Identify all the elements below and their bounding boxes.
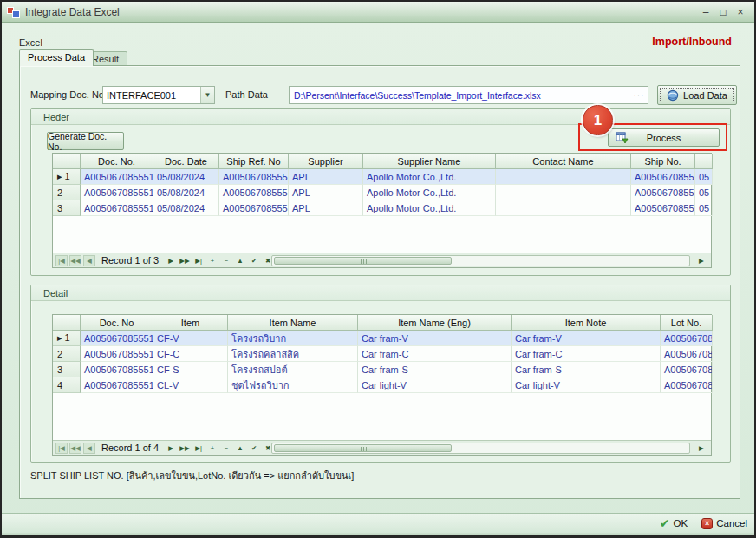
prev-record-icon[interactable]: ◀ (83, 255, 95, 266)
maximize-icon[interactable]: □ (714, 6, 732, 18)
process-button[interactable]: Process (608, 128, 720, 147)
column-header-Contact Name[interactable]: Contact Name (496, 154, 631, 169)
first-record-icon[interactable]: |◀ (55, 255, 68, 266)
grid-cell[interactable]: A0050670855511 (81, 346, 153, 362)
column-header-blank[interactable] (695, 154, 713, 169)
grid-cell[interactable]: A005067085 (661, 362, 713, 377)
table-row[interactable]: ▸ 1A005067085551105/08/2024A00506708555.… (53, 169, 711, 185)
header-grid[interactable]: Doc. No.Doc. DateShip Ref. NoSupplierSup… (52, 153, 712, 268)
grid-cell[interactable]: 05/08/2024 (153, 200, 219, 216)
grid-cell[interactable]: A00506708555... (219, 185, 289, 200)
table-row[interactable]: 3A005067085551305/08/2024A00506708555...… (53, 200, 711, 216)
grid-cell[interactable]: Car fram-C (358, 346, 512, 362)
grid-cell[interactable]: A0050670855513 (81, 200, 153, 216)
grid-cell[interactable]: CF-S (153, 362, 228, 377)
table-row[interactable]: 4A0050670855511CL-VชุดไฟรถวิบากCar light… (53, 377, 711, 393)
grid-cell[interactable]: A00506708555... (219, 200, 289, 216)
table-row[interactable]: 2A005067085551205/08/2024A00506708555...… (53, 185, 711, 200)
column-header-Item Name[interactable]: Item Name (228, 315, 358, 331)
grid-cell[interactable]: CF-V (153, 331, 228, 346)
scrollbar-thumb[interactable] (274, 444, 452, 452)
grid-cell[interactable]: A0050670855511 (81, 331, 153, 346)
table-row[interactable]: 3A0050670855511CF-Sโครงรถสปอต์Car fram-S… (53, 362, 711, 377)
horizontal-scrollbar[interactable] (271, 255, 690, 266)
scroll-right-icon[interactable]: ▶ (695, 443, 707, 454)
grid-cell[interactable] (496, 185, 631, 200)
row-indicator[interactable]: ▸ 1 (53, 331, 81, 346)
grid-cell[interactable]: โครงรถคลาสสิค (228, 346, 358, 362)
row-indicator[interactable]: ▸ 1 (53, 169, 81, 185)
table-row[interactable]: ▸ 1A0050670855511CF-VโครงรถวิบากCar fram… (53, 331, 711, 346)
grid-cell[interactable]: Car light-V (512, 377, 661, 393)
prev-page-icon[interactable]: ◀◀ (69, 255, 81, 266)
next-record-icon[interactable]: ▶ (165, 255, 177, 266)
column-header-Doc. No[interactable]: Doc. No (81, 315, 153, 331)
column-header-Ship Ref. No[interactable]: Ship Ref. No (219, 154, 289, 169)
grid-cell[interactable]: APL (289, 185, 363, 200)
chevron-down-icon[interactable]: ▼ (200, 87, 214, 103)
grid-cell[interactable]: Apollo Motor Co.,Ltd. (363, 185, 496, 200)
grid-cell[interactable]: Car light-V (358, 377, 512, 393)
grid-cell[interactable]: A0050670855511 (81, 377, 153, 393)
post-edit-icon[interactable]: ✔ (248, 443, 260, 454)
grid-cell[interactable]: CL-V (153, 377, 228, 393)
load-data-button[interactable]: Load Data (657, 85, 737, 105)
grid-cell[interactable]: A00506708555... (219, 169, 289, 185)
grid-cell[interactable]: A005067085 (661, 346, 713, 362)
grid-cell[interactable]: A00506708555... (631, 185, 695, 200)
grid-cell[interactable] (496, 169, 631, 185)
grid-cell[interactable]: 05/08/2024 (153, 185, 219, 200)
next-page-icon[interactable]: ▶▶ (179, 255, 191, 266)
grid-cell[interactable]: โครงรถวิบาก (228, 331, 358, 346)
path-data-field[interactable]: D:\Persent\Interface\Success\Template_Im… (289, 86, 648, 104)
ok-button[interactable]: ✔ OK (660, 516, 688, 530)
last-record-icon[interactable]: ▶| (192, 255, 205, 266)
last-record-icon[interactable]: ▶| (192, 443, 205, 454)
append-record-icon[interactable]: + (206, 443, 218, 454)
grid-cell[interactable]: A00506708555... (631, 169, 695, 185)
row-indicator[interactable]: 2 (53, 185, 81, 200)
grid-cell[interactable]: A0050670855512 (81, 185, 153, 200)
post-edit-icon[interactable]: ✔ (248, 255, 260, 266)
grid-cell[interactable]: Car fram-S (512, 362, 661, 377)
next-record-icon[interactable]: ▶ (165, 443, 177, 454)
row-indicator[interactable]: 2 (53, 346, 81, 362)
edit-record-icon[interactable]: ▲ (234, 443, 246, 454)
grid-cell[interactable]: Car fram-S (358, 362, 512, 377)
grid-cell[interactable]: A0050670855511 (81, 169, 153, 185)
column-header-Supplier[interactable]: Supplier (289, 154, 363, 169)
grid-cell[interactable]: 05/08/2024 (153, 169, 219, 185)
append-record-icon[interactable]: + (206, 255, 218, 266)
column-header-Item[interactable]: Item (153, 315, 228, 331)
mapping-doc-no-combo[interactable]: INTERFACE001 ▼ (102, 86, 215, 104)
grid-cell[interactable]: โครงรถสปอต์ (228, 362, 358, 377)
close-icon[interactable]: × (732, 6, 749, 18)
grid-cell[interactable]: 05 (695, 185, 713, 200)
column-header-Lot No.[interactable]: Lot No. (661, 315, 713, 331)
grid-cell[interactable]: Car fram-V (512, 331, 661, 346)
grid-cell[interactable]: ชุดไฟรถวิบาก (228, 377, 358, 393)
grid-cell[interactable]: APL (289, 169, 363, 185)
generate-doc-no-button[interactable]: Generate Doc. No. (47, 132, 124, 150)
grid-cell[interactable]: A005067085 (661, 377, 713, 393)
browse-ellipsis-button[interactable]: ··· (630, 90, 648, 100)
scrollbar-thumb[interactable] (274, 257, 452, 265)
column-header-Supplier Name[interactable]: Supplier Name (363, 154, 496, 169)
horizontal-scrollbar[interactable] (271, 443, 690, 454)
grid-cell[interactable]: A005067085 (661, 331, 713, 346)
tab-process-data[interactable]: Process Data (19, 49, 94, 66)
row-indicator[interactable]: 3 (53, 200, 81, 216)
first-record-icon[interactable]: |◀ (55, 443, 68, 454)
scroll-right-icon[interactable]: ▶ (695, 255, 707, 266)
grid-cell[interactable]: Apollo Motor Co.,Ltd. (363, 169, 496, 185)
column-header-Item Name (Eng)[interactable]: Item Name (Eng) (358, 315, 512, 331)
edit-record-icon[interactable]: ▲ (234, 255, 246, 266)
column-header-Item Note[interactable]: Item Note (512, 315, 661, 331)
detail-grid[interactable]: Doc. NoItemItem NameItem Name (Eng)Item … (52, 314, 712, 456)
column-header-Doc. No.[interactable]: Doc. No. (81, 154, 153, 169)
prev-page-icon[interactable]: ◀◀ (69, 443, 81, 454)
grid-cell[interactable]: Apollo Motor Co.,Ltd. (363, 200, 496, 216)
grid-cell[interactable]: Car fram-C (512, 346, 661, 362)
grid-cell[interactable]: 05 (695, 200, 713, 216)
grid-cell[interactable]: Car fram-V (358, 331, 512, 346)
